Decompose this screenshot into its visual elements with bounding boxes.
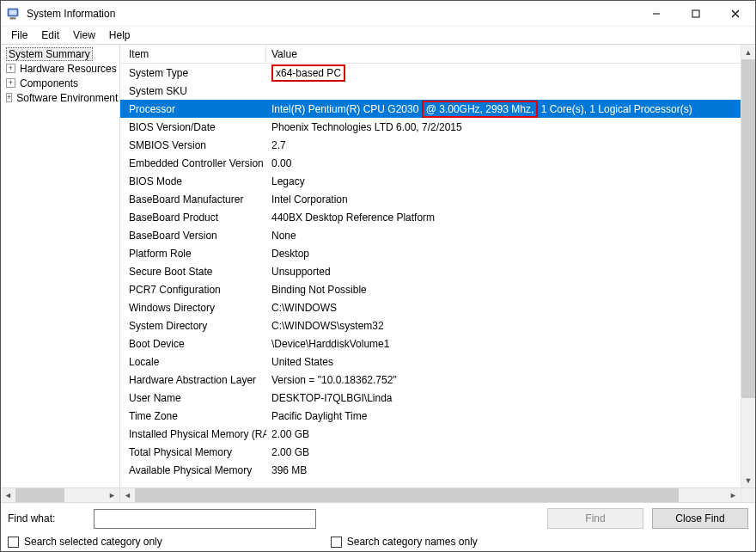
table-row[interactable]: Windows DirectoryC:\WINDOWS (120, 298, 741, 316)
highlight-box: @ 3.00GHz, 2993 Mhz, (422, 101, 539, 118)
row-value: C:\WINDOWS (266, 302, 741, 314)
details-vertical-scrollbar[interactable]: ▲ ▼ (741, 45, 755, 488)
find-input[interactable] (94, 509, 316, 529)
table-row[interactable]: Secure Boot StateUnsupported (120, 262, 741, 280)
scroll-right-icon[interactable]: ► (726, 488, 741, 502)
scroll-left-icon[interactable]: ◄ (1, 488, 15, 502)
scroll-track[interactable] (741, 59, 755, 473)
row-item: Locale (120, 356, 266, 368)
row-item: SMBIOS Version (120, 139, 266, 151)
table-row[interactable]: PCR7 ConfigurationBinding Not Possible (120, 280, 741, 298)
table-row[interactable]: System DirectoryC:\WINDOWS\system32 (120, 316, 741, 334)
maximize-button[interactable] (676, 1, 716, 27)
row-item: Time Zone (120, 410, 266, 422)
close-button[interactable] (716, 1, 755, 27)
row-value: 0.00 (266, 157, 741, 169)
menu-file[interactable]: File (4, 28, 34, 42)
row-value-text: 1 Core(s), 1 Logical Processor(s) (538, 103, 692, 115)
table-row[interactable]: Platform RoleDesktop (120, 244, 741, 262)
scroll-track[interactable] (15, 488, 105, 502)
expand-icon[interactable]: + (6, 78, 15, 88)
details-horizontal-scrollbar[interactable]: ◄ ► (120, 488, 755, 502)
close-find-button[interactable]: Close Find (652, 508, 748, 529)
table-row[interactable]: BaseBoard Product440BX Desktop Reference… (120, 208, 741, 226)
tree-item-label: Components (18, 77, 80, 89)
tree-item[interactable]: +Components (3, 76, 119, 90)
row-value: 396 MB (266, 464, 741, 476)
scroll-thumb[interactable] (741, 59, 755, 398)
row-item: Secure Boot State (120, 266, 266, 278)
table-row[interactable]: ProcessorIntel(R) Pentium(R) CPU G2030 @… (120, 100, 741, 118)
table-row[interactable]: SMBIOS Version2.7 (120, 136, 741, 154)
row-value: Phoenix Technologies LTD 6.00, 7/2/2015 (266, 121, 741, 133)
find-button[interactable]: Find (547, 508, 643, 529)
scroll-down-icon[interactable]: ▼ (741, 473, 755, 488)
titlebar: System Information (1, 1, 755, 27)
scroll-up-icon[interactable]: ▲ (741, 45, 755, 59)
row-item: BIOS Version/Date (120, 121, 266, 133)
menu-edit[interactable]: Edit (34, 28, 66, 42)
menu-help[interactable]: Help (102, 28, 137, 42)
table-row[interactable]: BaseBoard ManufacturerIntel Corporation (120, 190, 741, 208)
row-value: Intel(R) Pentium(R) CPU G2030 @ 3.00GHz,… (266, 101, 741, 118)
row-value: 2.7 (266, 139, 741, 151)
row-value: Binding Not Possible (266, 284, 741, 296)
scroll-thumb[interactable] (15, 488, 64, 502)
window-title: System Information (27, 8, 115, 20)
row-item: System Directory (120, 320, 266, 332)
row-item: Available Physical Memory (120, 464, 266, 476)
column-header-value[interactable]: Value (266, 45, 741, 63)
table-row[interactable]: Boot Device\Device\HarddiskVolume1 (120, 334, 741, 353)
tree-item-label: System Summary (6, 47, 93, 61)
table-row[interactable]: BIOS Version/DatePhoenix Technologies LT… (120, 118, 741, 136)
scroll-thumb[interactable] (135, 488, 679, 502)
scroll-right-icon[interactable]: ► (105, 488, 119, 502)
checkbox-box-icon[interactable] (8, 537, 19, 548)
row-value: \Device\HarddiskVolume1 (266, 338, 741, 350)
details-pane: Item Value System Typex64-based PCSystem… (120, 45, 755, 502)
table-row[interactable]: BIOS ModeLegacy (120, 172, 741, 190)
menu-view[interactable]: View (66, 28, 102, 42)
checkbox-label: Search selected category only (24, 536, 162, 548)
search-selected-category-checkbox[interactable]: Search selected category only (8, 536, 162, 548)
row-value: 2.00 GB (266, 446, 741, 458)
row-item: BaseBoard Product (120, 212, 266, 224)
row-item: Boot Device (120, 338, 266, 350)
table-row[interactable]: BaseBoard VersionNone (120, 226, 741, 244)
table-row[interactable]: Embedded Controller Version0.00 (120, 154, 741, 172)
row-item: PCR7 Configuration (120, 284, 266, 296)
table-row[interactable]: Installed Physical Memory (RAM)2.00 GB (120, 425, 741, 443)
table-row[interactable]: LocaleUnited States (120, 353, 741, 371)
scroll-left-icon[interactable]: ◄ (120, 488, 135, 502)
tree-item[interactable]: +Software Environment (3, 90, 119, 105)
row-value: Intel Corporation (266, 193, 741, 205)
table-row[interactable]: User NameDESKTOP-I7QLBGI\Linda (120, 389, 741, 407)
table-row[interactable]: System SKU (120, 82, 741, 100)
row-value: DESKTOP-I7QLBGI\Linda (266, 392, 741, 404)
svg-rect-2 (10, 17, 15, 19)
table-row[interactable]: Time ZonePacific Daylight Time (120, 407, 741, 425)
row-item: Installed Physical Memory (RAM) (120, 428, 266, 440)
tree-item[interactable]: +Hardware Resources (3, 61, 119, 76)
search-category-names-checkbox[interactable]: Search category names only (331, 536, 478, 548)
tree-horizontal-scrollbar[interactable]: ◄ ► (1, 488, 119, 502)
expand-icon[interactable]: + (6, 93, 12, 102)
highlight-box: x64-based PC (271, 64, 345, 82)
row-value: Version = "10.0.18362.752" (266, 374, 741, 386)
minimize-button[interactable] (637, 1, 676, 27)
table-row[interactable]: Total Physical Memory2.00 GB (120, 443, 741, 461)
table-row[interactable]: System Typex64-based PC (120, 64, 741, 82)
scroll-track[interactable] (135, 488, 726, 502)
tree-pane: System Summary+Hardware Resources+Compon… (1, 45, 120, 502)
table-row[interactable]: Hardware Abstraction LayerVersion = "10.… (120, 371, 741, 389)
checkbox-label: Search category names only (347, 536, 478, 548)
column-header-item[interactable]: Item (120, 45, 266, 63)
details-list[interactable]: Item Value System Typex64-based PCSystem… (120, 45, 741, 488)
client-area: System Summary+Hardware Resources+Compon… (1, 44, 755, 502)
row-item: System Type (120, 67, 266, 79)
expand-icon[interactable]: + (6, 64, 15, 73)
row-value: C:\WINDOWS\system32 (266, 320, 741, 332)
table-row[interactable]: Available Physical Memory396 MB (120, 461, 741, 479)
tree-item[interactable]: System Summary (3, 46, 119, 61)
checkbox-box-icon[interactable] (331, 537, 342, 548)
